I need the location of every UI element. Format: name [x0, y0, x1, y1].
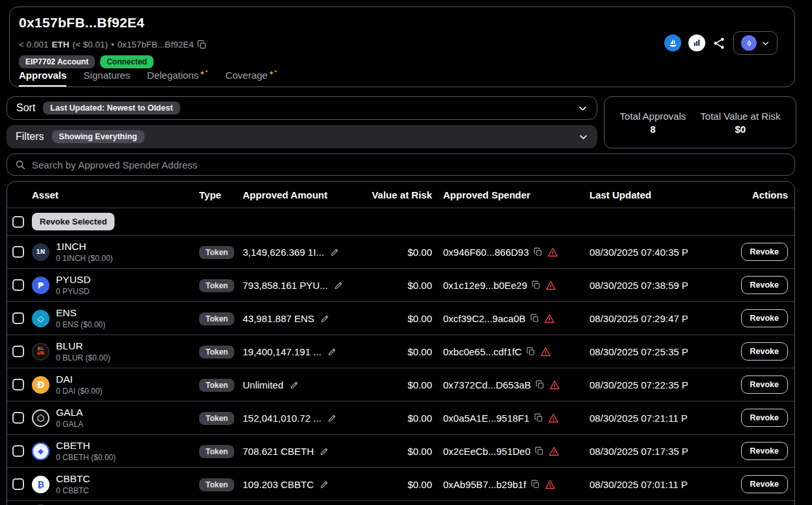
type-badge: Token [199, 379, 234, 392]
chevron-down-icon [761, 39, 770, 48]
row-checkbox[interactable] [12, 478, 24, 490]
asset-name[interactable]: BLUR [56, 340, 110, 352]
value-at-risk: $0.00 [368, 346, 432, 357]
last-updated: 08/30/2025 07:22:35 P [589, 379, 740, 390]
asset-balance: 0 DAI ($0.00) [56, 387, 102, 396]
approved-amount: 43,981.887 ENS [243, 313, 314, 324]
sort-dropdown[interactable]: Sort Last Updated: Newest to Oldest [7, 96, 597, 120]
row-checkbox[interactable] [12, 379, 24, 390]
edit-amount-icon[interactable] [319, 480, 329, 489]
totals-summary: Total Approvals 8 Total Value at Risk $0 [604, 96, 796, 148]
last-updated: 08/30/2025 07:17:35 P [589, 446, 740, 457]
revoke-button[interactable]: Revoke [741, 342, 788, 361]
type-badge: Token [199, 312, 234, 325]
asset-name[interactable]: DAI [56, 374, 102, 385]
copy-spender-icon[interactable] [534, 413, 543, 422]
select-all-checkbox[interactable] [12, 216, 24, 228]
tab-delegations[interactable]: Delegations [147, 70, 208, 87]
row-checkbox[interactable] [12, 312, 24, 324]
asset-name[interactable]: ENS [56, 307, 105, 319]
tab-coverage[interactable]: Coverage [225, 70, 277, 87]
search-input[interactable] [32, 159, 787, 171]
col-approved-amount: Approved Amount [243, 189, 368, 200]
last-updated: 08/30/2025 07:25:35 P [589, 346, 740, 357]
table-row: ⬡ GALA 0 GALA Token 152,041,010.72 ... $… [7, 401, 794, 434]
asset-name[interactable]: 1INCH [56, 241, 113, 252]
tab-signatures[interactable]: Signatures [83, 70, 130, 87]
copy-spender-icon[interactable] [530, 314, 539, 323]
partial-next-row [7, 500, 794, 505]
spender-address: 0x2cEeCb...951De0 [443, 446, 530, 457]
approvals-table: Asset Type Approved Amount Value at Risk… [7, 181, 795, 505]
edit-amount-icon[interactable] [319, 446, 329, 456]
revoke-button[interactable]: Revoke [741, 243, 788, 261]
share-icon[interactable] [712, 36, 726, 50]
copy-address-icon[interactable] [197, 40, 207, 49]
type-badge: Token [199, 279, 234, 292]
warning-icon[interactable] [548, 413, 559, 424]
total-approvals: Total Approvals 8 [620, 111, 686, 135]
row-checkbox[interactable] [12, 346, 24, 357]
asset-name[interactable]: GALA [56, 407, 83, 418]
revoke-button[interactable]: Revoke [741, 409, 788, 427]
warning-icon[interactable] [547, 247, 558, 258]
separator-dot: • [111, 40, 115, 49]
asset-name[interactable]: CBETH [56, 440, 116, 452]
row-checkbox[interactable] [12, 445, 24, 457]
edit-amount-icon[interactable] [327, 347, 337, 357]
edit-amount-icon[interactable] [334, 280, 344, 290]
table-row: ◇ ENS 0 ENS ($0.00) Token 43,981.887 ENS… [7, 301, 794, 334]
token-icon: ₿ [32, 476, 49, 493]
row-checkbox[interactable] [12, 246, 24, 258]
asset-name[interactable]: PYUSD [56, 274, 90, 286]
account-type-badge: EIP7702 Account [19, 55, 95, 68]
tab-approvals[interactable]: Approvals [19, 70, 66, 87]
filters-label: Filters [16, 131, 44, 143]
revoke-selected-button[interactable]: Revoke Selected [32, 213, 115, 230]
asset-name[interactable]: CBBTC [56, 473, 90, 485]
col-approved-spender: Approved Spender [432, 189, 589, 200]
value-at-risk: $0.00 [368, 446, 432, 457]
filters-dropdown[interactable]: Filters Showing Everything [7, 125, 597, 148]
col-asset: Asset [32, 189, 199, 200]
copy-spender-icon[interactable] [532, 280, 541, 290]
edit-amount-icon[interactable] [290, 380, 299, 390]
edit-amount-icon[interactable] [327, 413, 337, 423]
account-address: 0x157bFB...Bf92E4 [118, 40, 194, 49]
warning-icon[interactable] [545, 479, 556, 490]
col-type: Type [199, 189, 243, 200]
copy-spender-icon[interactable] [534, 247, 543, 256]
row-checkbox[interactable] [12, 279, 24, 291]
copy-spender-icon[interactable] [531, 480, 540, 489]
warning-icon[interactable] [545, 280, 556, 291]
revoke-button[interactable]: Revoke [741, 475, 788, 493]
revoke-button[interactable]: Revoke [741, 442, 788, 460]
etherscan-icon[interactable] [688, 34, 705, 51]
copy-spender-icon[interactable] [526, 347, 535, 356]
warning-icon[interactable] [549, 379, 560, 390]
token-icon: BL UR [32, 343, 49, 361]
warning-icon[interactable] [540, 346, 551, 357]
opensea-icon[interactable] [664, 34, 681, 51]
approved-amount: 793,858.161 PYU... [243, 280, 328, 291]
last-updated: 08/30/2025 07:40:35 P [589, 247, 740, 258]
copy-spender-icon[interactable] [535, 446, 544, 456]
balance-usd: (< $0.01) [72, 40, 107, 49]
token-icon: ◆ [32, 443, 49, 460]
warning-icon[interactable] [548, 446, 560, 457]
network-selector-button[interactable] [733, 31, 778, 55]
warning-icon[interactable] [544, 313, 555, 324]
revoke-button[interactable]: Revoke [741, 375, 788, 394]
revoke-button[interactable]: Revoke [741, 309, 788, 327]
total-approvals-label: Total Approvals [620, 111, 686, 122]
revoke-button[interactable]: Revoke [741, 276, 788, 294]
copy-spender-icon[interactable] [535, 380, 545, 389]
asset-balance: 0 CBETH ($0.00) [56, 453, 116, 462]
table-row: ₱ PYUSD 0 PYUSD Token 793,858.161 PYU...… [7, 268, 794, 301]
table-row: Ð DAI 0 DAI ($0.00) Token Unlimited $0.0… [7, 368, 794, 401]
edit-amount-icon[interactable] [330, 247, 340, 257]
token-icon: Ð [32, 376, 49, 394]
asset-balance: 0 BLUR ($0.00) [56, 353, 110, 362]
row-checkbox[interactable] [12, 412, 24, 424]
edit-amount-icon[interactable] [320, 314, 330, 323]
